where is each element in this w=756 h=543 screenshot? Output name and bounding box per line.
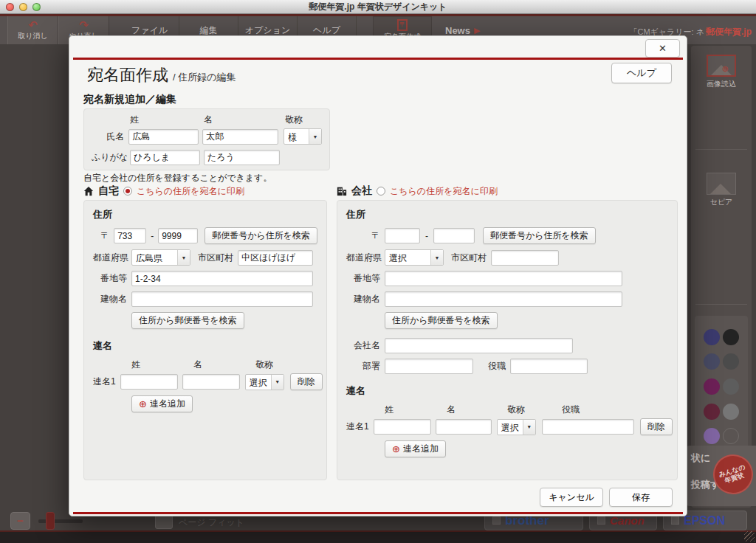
company-department-label: 部署 — [346, 360, 380, 373]
company-pref-select[interactable]: 選択 ▼ — [385, 249, 444, 266]
company-zip-to-address-button[interactable]: 郵便番号から住所を検索 — [483, 227, 596, 244]
company-address-to-zip-button[interactable]: 住所から郵便番号を検索 — [385, 312, 498, 329]
company-zip1-input[interactable] — [385, 228, 420, 243]
undo-button[interactable]: ↶ 取り消し — [7, 16, 58, 44]
home-city-input[interactable] — [238, 250, 313, 266]
red-divider-top — [73, 58, 683, 60]
company-pref-label: 都道府県 — [346, 252, 380, 264]
color-swatch[interactable] — [704, 428, 720, 444]
postcard-icon: 〒 — [397, 19, 408, 31]
window-title: 郵便年賀.jp 年賀状デザインキット — [0, 1, 756, 13]
color-palette — [695, 316, 748, 457]
post-gallery-button[interactable]: 状に 投稿する みんなの 年賀状 — [685, 446, 756, 506]
home-section-header: 自宅 こちらの住所を宛名に印刷 — [83, 185, 244, 197]
company-position-input[interactable] — [510, 359, 588, 374]
home-pref-select[interactable]: 広島県 ▼ — [131, 249, 190, 266]
color-swatch[interactable] — [704, 404, 720, 420]
color-swatch[interactable] — [704, 378, 720, 395]
company-building-input[interactable] — [385, 291, 622, 307]
company-renmei-heading: 連名 — [346, 384, 668, 398]
home-add-renmei-button[interactable]: ⊕ 連名追加 — [131, 395, 193, 412]
company-print-radio[interactable] — [377, 187, 385, 196]
company-renmei-position-input[interactable] — [542, 419, 634, 435]
chevron-down-icon: ▼ — [430, 250, 443, 265]
zip-mark: 〒 — [93, 229, 109, 242]
company-banchi-label: 番地等 — [346, 272, 380, 285]
company-position-label: 役職 — [482, 360, 506, 373]
titlebar: 郵便年賀.jp 年賀状デザインキット — [0, 0, 756, 14]
company-name-input[interactable] — [385, 338, 573, 353]
close-window-icon[interactable] — [6, 3, 14, 11]
sepia-button[interactable]: セピア — [691, 173, 752, 207]
sei-input[interactable] — [128, 129, 199, 145]
brother-icon — [492, 516, 501, 525]
zip-mark: 〒 — [346, 229, 380, 242]
home-renmei1-label: 連名1 — [93, 376, 116, 388]
zoom-slider-handle[interactable] — [46, 512, 55, 530]
home-city-label: 市区町村 — [190, 252, 233, 264]
section-title: 宛名新規追加／編集 — [83, 93, 176, 106]
company-city-input[interactable] — [491, 250, 559, 266]
save-button[interactable]: 保存 — [609, 488, 673, 507]
resize-grip[interactable] — [744, 531, 755, 542]
home-print-radio[interactable] — [123, 187, 132, 196]
home-banchi-input[interactable] — [131, 271, 313, 286]
company-renmei-sei-input[interactable] — [374, 419, 431, 435]
dialog-close-button[interactable]: ✕ — [645, 39, 680, 58]
company-renmei-keisho-select[interactable]: 選択 ▼ — [497, 419, 536, 435]
chevron-down-icon: ▼ — [271, 375, 284, 390]
color-swatch[interactable] — [723, 353, 739, 370]
page-fit-icon[interactable] — [155, 514, 173, 529]
company-print-label: こちらの住所を宛名に印刷 — [390, 185, 498, 198]
company-zip2-input[interactable] — [433, 228, 475, 243]
mei-input[interactable] — [202, 129, 278, 145]
brand-logo: 郵便年賀.jp — [706, 27, 752, 37]
home-zip2-input[interactable] — [158, 228, 198, 243]
honorific-select[interactable]: 様 ▼ — [284, 128, 322, 145]
image-load-button[interactable]: ⊕ 画像読込 — [691, 55, 752, 89]
home-address-to-zip-button[interactable]: 住所から郵便番号を検索 — [131, 312, 244, 329]
company-renmei-delete-button[interactable]: 削除 — [640, 418, 673, 435]
traffic-lights — [6, 3, 41, 11]
home-building-input[interactable] — [131, 291, 313, 307]
col-label-keisho: 敬称 — [285, 114, 303, 126]
home-print-label: こちらの住所を宛名に印刷 — [137, 185, 244, 198]
zoom-window-icon[interactable] — [32, 3, 41, 11]
undo-icon: ↶ — [28, 20, 38, 30]
home-renmei-mei-input[interactable] — [182, 374, 240, 390]
home-renmei-delete-button[interactable]: 削除 — [290, 373, 323, 390]
sidebar-divider — [695, 304, 747, 305]
home-zip1-input[interactable] — [114, 228, 146, 243]
chevron-down-icon: ▼ — [309, 129, 321, 144]
house-icon — [83, 186, 94, 196]
dialog-subtitle: / 住所録の編集 — [173, 72, 236, 83]
canon-icon — [597, 516, 605, 525]
furigana-mei-input[interactable] — [204, 150, 280, 165]
company-banchi-input[interactable] — [385, 271, 622, 286]
cancel-button[interactable]: キャンセル — [540, 488, 603, 507]
home-address-panel: 住所 〒 - 郵便番号から住所を検索 都道府県 広島県 ▼ 市区町村 番地等 — [83, 200, 327, 480]
home-renmei-keisho-select[interactable]: 選択 ▼ — [245, 374, 284, 390]
color-swatch[interactable] — [723, 378, 739, 395]
color-swatch[interactable] — [723, 329, 739, 345]
minimize-window-icon[interactable] — [19, 3, 27, 11]
help-button[interactable]: ヘルプ — [611, 63, 672, 83]
company-department-input[interactable] — [385, 359, 473, 374]
zoom-slider-track[interactable] — [38, 519, 83, 523]
home-banchi-label: 番地等 — [93, 272, 127, 285]
sepia-icon — [707, 173, 736, 195]
chevron-down-icon: ▼ — [523, 420, 535, 435]
furigana-sei-input[interactable] — [130, 150, 200, 165]
home-renmei-sei-input[interactable] — [120, 374, 178, 390]
company-renmei-mei-input[interactable] — [436, 419, 492, 435]
zoom-out-button[interactable]: − — [10, 512, 30, 530]
home-pref-label: 都道府県 — [93, 252, 127, 264]
company-add-renmei-button[interactable]: ⊕ 連名追加 — [385, 440, 446, 457]
color-swatch[interactable] — [723, 428, 739, 444]
furigana-label: ふりがな — [92, 151, 126, 164]
company-building-label: 建物名 — [346, 293, 380, 305]
color-swatch[interactable] — [704, 353, 720, 370]
color-swatch[interactable] — [723, 404, 739, 420]
color-swatch[interactable] — [704, 329, 720, 345]
home-zip-to-address-button[interactable]: 郵便番号から住所を検索 — [205, 227, 317, 244]
